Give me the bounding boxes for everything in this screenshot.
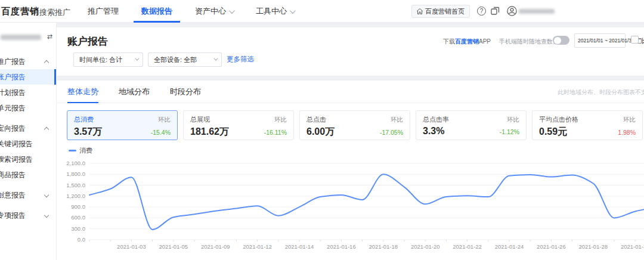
help-icon[interactable]: ?	[477, 7, 486, 16]
report-sidebar: ⇄ 推广报告账户报告计划报告单元报告定向报告关键词报告搜索词报告商品报告创意报告…	[0, 23, 57, 260]
more-filters-link[interactable]: 更多筛选	[227, 55, 254, 64]
report-chart-card: 整体走势地域分布时段分布 此时地域分布、时段分布图表不支持时间对比 总消费环比3…	[57, 81, 644, 260]
metric-value: 0.59元	[539, 126, 567, 138]
y-axis-label: 2,100.0	[66, 160, 85, 166]
mobile-data-toggle[interactable]	[553, 36, 569, 45]
product-name: 搜索推广	[39, 7, 70, 18]
x-axis-label: 2021-01-03	[117, 243, 146, 250]
metric-card-总展现[interactable]: 总展现环比181.62万-16.11%	[183, 110, 294, 140]
avatar[interactable]	[507, 6, 517, 16]
y-axis-label: 600.0	[71, 214, 85, 221]
metric-label: 总点击	[306, 115, 326, 124]
y-axis-label: 1,800.0	[66, 171, 85, 177]
date-range-value: 2021/01/01 ~ 2021/01/31	[578, 34, 634, 47]
sidebar-item-单元报告[interactable]: 单元报告	[0, 100, 56, 116]
y-axis-label: 300.0	[71, 225, 85, 232]
main-nav: 推广管理数据报告资产中心工具中心	[76, 0, 305, 23]
time-unit-filter-label: 时间单位: 合计	[79, 56, 122, 63]
x-axis-label: 2021-01-22	[453, 243, 482, 250]
tab-时段分布[interactable]: 时段分布	[170, 81, 201, 103]
chevron-down-icon	[213, 57, 218, 61]
ratio-label: 环比	[391, 116, 403, 124]
chart-legend[interactable]: 消费	[69, 146, 92, 155]
x-axis-label: 2021-01-09	[201, 243, 230, 250]
x-axis-label: 2021-01-16	[327, 243, 356, 250]
x-axis-label: 2021-01-28	[578, 243, 608, 250]
homepage-button[interactable]: 百度营销首页	[411, 5, 470, 18]
date-range-picker[interactable]: 2021/01/01 ~ 2021/01/31	[574, 33, 626, 48]
ratio-value: -1.12%	[500, 128, 519, 135]
chevron-down-icon	[44, 193, 49, 197]
sidebar-item-专项报告[interactable]: 专项报告	[0, 208, 56, 223]
metric-cards-row: 总消费环比3.57万-15.4%总展现环比181.62万-16.11%总点击环比…	[67, 110, 643, 140]
home-icon	[417, 8, 423, 14]
metric-card-平均点击价格[interactable]: 平均点击价格环比0.59元1.98%	[532, 110, 643, 140]
sidebar-item-关键词报告[interactable]: 关键词报告	[0, 136, 56, 151]
metric-label: 总点击率	[423, 115, 449, 124]
homepage-button-label: 百度营销首页	[425, 7, 465, 16]
account-selector[interactable]: ⇄	[0, 27, 56, 49]
x-axis-label: 2021-01-24	[495, 243, 524, 250]
sidebar-item-账户报告[interactable]: 账户报告	[0, 69, 56, 85]
y-axis-label: 0.0	[78, 236, 85, 243]
metric-card-总消费[interactable]: 总消费环比3.57万-15.4%	[67, 110, 178, 140]
user-name-masked	[519, 9, 555, 14]
ratio-value: -16.11%	[264, 129, 287, 136]
top-navigation-bar: 百度营销 搜索推广 推广管理数据报告资产中心工具中心 百度营销首页 ?	[0, 0, 644, 23]
x-axis-label: 2021-01-14	[285, 243, 314, 250]
y-axis-label: 1,200.0	[66, 193, 85, 199]
metric-value: 3.3%	[423, 126, 444, 137]
device-filter-label: 全部设备: 全部	[154, 56, 197, 63]
report-header-card: 账户报告 时间单位: 合计 全部设备: 全部 更多筛选 下载百度营销APP 手机…	[57, 27, 644, 76]
sidebar-item-定向报告[interactable]: 定向报告	[0, 120, 56, 136]
y-axis-label: 900.0	[71, 203, 85, 210]
sidebar-item-创意报告[interactable]: 创意报告	[0, 187, 56, 203]
y-axis-label: 1,500.0	[66, 182, 85, 188]
sidebar-item-商品报告[interactable]: 商品报告	[0, 167, 56, 182]
metric-value: 3.57万	[74, 126, 102, 138]
x-axis-label: 2021-01-26	[537, 243, 566, 250]
metric-label: 平均点击价格	[539, 115, 578, 124]
ratio-label: 环比	[623, 116, 636, 124]
x-axis-label: 2021-01-05	[159, 243, 188, 250]
nav-item-工具中心[interactable]: 工具中心	[244, 0, 305, 23]
metric-value: 6.00万	[306, 126, 335, 138]
tabs-note: 此时地域分布、时段分布图表不支持时间对比	[558, 88, 644, 97]
consumption-line-series	[89, 174, 644, 230]
device-filter[interactable]: 全部设备: 全部	[148, 52, 222, 67]
tab-整体走势[interactable]: 整体走势	[67, 81, 98, 103]
sidebar-item-计划报告[interactable]: 计划报告	[0, 85, 56, 100]
account-switch-icon[interactable]: ⇄	[47, 33, 52, 41]
nav-item-数据报告[interactable]: 数据报告	[130, 0, 184, 23]
app-promo-brand: 百度营销	[455, 38, 479, 45]
metric-card-总点击[interactable]: 总点击环比6.00万-17.05%	[299, 110, 410, 140]
chevron-up-icon	[44, 127, 49, 132]
tab-地域分布[interactable]: 地域分布	[119, 81, 150, 103]
x-axis-label: 2021-01-18	[369, 243, 398, 250]
metric-card-总点击率[interactable]: 总点击率环比3.3%-1.12%	[416, 110, 527, 140]
x-axis-label: 2021-01-12	[243, 243, 272, 250]
metric-label: 总展现	[190, 115, 210, 124]
feedback-icon[interactable]	[491, 7, 500, 16]
compare-checkbox[interactable]	[631, 36, 639, 44]
nav-item-资产中心[interactable]: 资产中心	[184, 0, 244, 23]
ratio-label: 环比	[274, 116, 287, 124]
page-title: 账户报告	[67, 35, 108, 48]
legend-line-marker	[69, 150, 76, 151]
app-promo-link[interactable]: 下载百度营销APP	[443, 38, 491, 46]
x-axis-label: 2021-01-30	[621, 243, 644, 250]
consumption-trend-chart: 2,100.01,800.01,500.01,200.0900.0600.030…	[57, 156, 644, 260]
compare-checkbox-label: 比	[642, 36, 644, 45]
sidebar-item-搜索词报告[interactable]: 搜索词报告	[0, 151, 56, 167]
caret-down-icon	[290, 8, 296, 14]
baidu-marketing-logo: 百度营销	[1, 6, 39, 17]
topbar-right-area: 百度营销首页 ?	[525, 0, 644, 23]
ratio-label: 环比	[158, 116, 171, 124]
app-promo-description: 手机端随时随地查数据	[499, 38, 559, 46]
chart-tabs: 整体走势地域分布时段分布 此时地域分布、时段分布图表不支持时间对比	[57, 81, 644, 103]
sidebar-item-推广报告[interactable]: 推广报告	[0, 54, 56, 69]
main-content: 账户报告 时间单位: 合计 全部设备: 全部 更多筛选 下载百度营销APP 手机…	[57, 23, 644, 260]
nav-item-推广管理[interactable]: 推广管理	[76, 0, 130, 23]
metric-label: 总消费	[74, 115, 94, 124]
time-unit-filter[interactable]: 时间单位: 合计	[73, 52, 143, 67]
